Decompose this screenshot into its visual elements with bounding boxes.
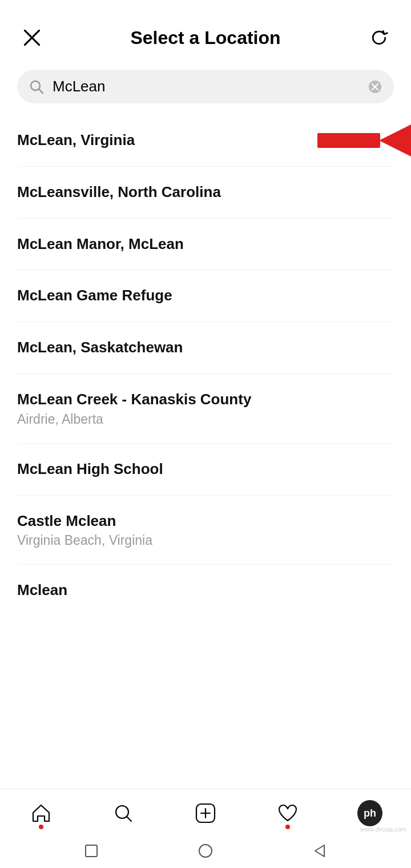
avatar: ph bbox=[357, 800, 382, 826]
profile-icon: ph bbox=[357, 801, 382, 826]
location-name: Mclean bbox=[17, 581, 67, 598]
location-name: McLean, Saskatchewan bbox=[17, 339, 183, 356]
location-list: McLean, Virginia McLeansville, North Car… bbox=[0, 115, 411, 674]
circle-icon bbox=[198, 843, 213, 859]
list-item[interactable]: McLean Manor, McLean bbox=[17, 219, 394, 271]
location-name: McLean, Virginia bbox=[17, 131, 135, 148]
svg-marker-14 bbox=[315, 845, 324, 857]
android-home-button[interactable] bbox=[198, 843, 213, 859]
location-name: McLean High School bbox=[17, 460, 163, 477]
refresh-button[interactable] bbox=[364, 23, 394, 53]
close-icon bbox=[22, 27, 42, 48]
close-button[interactable] bbox=[17, 23, 47, 53]
square-icon bbox=[83, 843, 99, 859]
list-item[interactable]: McLean, Saskatchewan bbox=[17, 322, 394, 374]
android-nav bbox=[0, 834, 411, 868]
refresh-icon bbox=[369, 27, 389, 48]
svg-line-8 bbox=[127, 817, 131, 821]
search-icon bbox=[29, 79, 45, 95]
location-sub: Airdrie, Alberta bbox=[17, 412, 394, 427]
svg-line-3 bbox=[39, 89, 43, 93]
android-recent-button[interactable] bbox=[83, 843, 99, 859]
svg-rect-12 bbox=[86, 845, 97, 857]
watermark: www.deuaq.com bbox=[360, 826, 406, 833]
header: Select a Location bbox=[0, 0, 411, 64]
page-title: Select a Location bbox=[130, 27, 280, 49]
add-icon bbox=[193, 801, 218, 826]
svg-point-13 bbox=[199, 845, 212, 857]
home-dot bbox=[39, 825, 43, 829]
location-name: Castle Mclean bbox=[17, 512, 116, 529]
nav-item-search[interactable] bbox=[105, 798, 142, 828]
search-nav-icon bbox=[111, 801, 136, 826]
clear-button[interactable] bbox=[368, 79, 382, 94]
home-icon bbox=[29, 801, 54, 826]
nav-item-add[interactable] bbox=[187, 798, 224, 828]
search-bar bbox=[17, 70, 394, 103]
activity-dot bbox=[285, 825, 290, 829]
location-name: McLean Manor, McLean bbox=[17, 235, 184, 252]
list-item[interactable]: McLean, Virginia bbox=[17, 115, 394, 167]
location-name: McLean Game Refuge bbox=[17, 287, 172, 304]
nav-item-activity[interactable] bbox=[269, 798, 306, 828]
triangle-back-icon bbox=[312, 843, 328, 859]
list-item[interactable]: McLean High School bbox=[17, 444, 394, 496]
list-item[interactable]: McLean Game Refuge bbox=[17, 270, 394, 322]
location-name: McLeansville, North Carolina bbox=[17, 183, 221, 200]
clear-icon bbox=[368, 79, 382, 94]
bottom-nav: ph bbox=[0, 789, 411, 834]
nav-item-home[interactable] bbox=[23, 798, 59, 828]
list-item[interactable]: McLeansville, North Carolina bbox=[17, 167, 394, 219]
location-sub: Virginia Beach, Virginia bbox=[17, 533, 394, 548]
list-item[interactable]: Mclean bbox=[17, 565, 394, 674]
search-input[interactable] bbox=[53, 78, 362, 95]
heart-icon bbox=[275, 801, 300, 826]
location-name: McLean Creek - Kanaskis County bbox=[17, 391, 251, 408]
list-item[interactable]: Castle Mclean Virginia Beach, Virginia bbox=[17, 496, 394, 565]
android-back-button[interactable] bbox=[312, 843, 328, 859]
nav-item-profile[interactable]: ph bbox=[352, 798, 388, 828]
list-item[interactable]: McLean Creek - Kanaskis County Airdrie, … bbox=[17, 374, 394, 444]
